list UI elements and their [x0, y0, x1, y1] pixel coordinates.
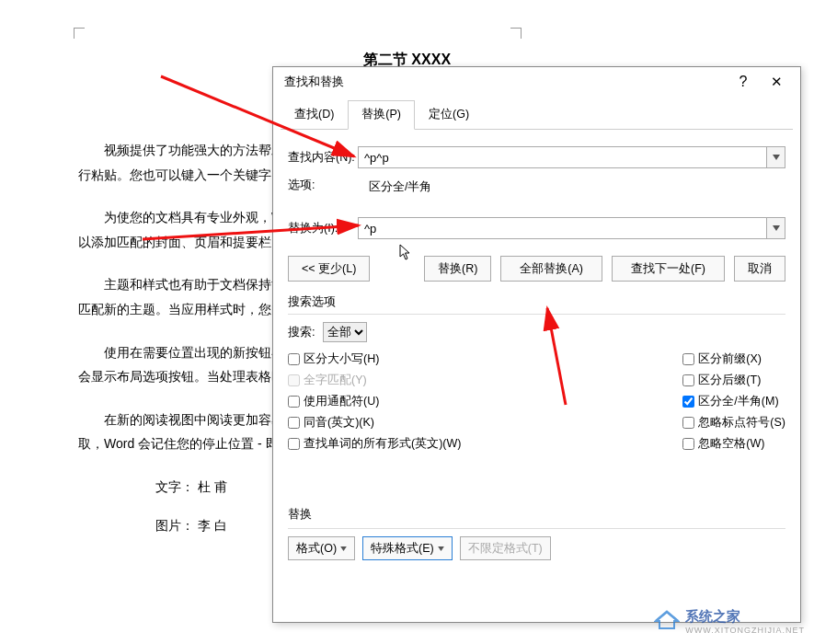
- credit-label: 文字：: [155, 479, 194, 494]
- help-button[interactable]: ?: [727, 74, 760, 90]
- find-what-input[interactable]: [358, 146, 767, 168]
- page-corner-tr: [510, 28, 522, 39]
- replace-all-button[interactable]: 全部替换(A): [500, 256, 602, 282]
- tab-find[interactable]: 查找(D): [281, 100, 348, 129]
- ignore-punct-checkbox[interactable]: 忽略标点符号(S): [682, 415, 785, 431]
- sounds-like-checkbox[interactable]: 同音(英文)(K): [288, 415, 682, 431]
- all-word-forms-checkbox[interactable]: 查找单词的所有形式(英文)(W): [288, 436, 682, 452]
- credit-name: 李 白: [198, 518, 227, 533]
- dialog-title: 查找和替换: [281, 74, 727, 90]
- tab-goto[interactable]: 定位(G): [415, 100, 483, 129]
- options-value: 区分全/半角: [358, 178, 442, 197]
- search-direction-select[interactable]: 全部: [323, 322, 367, 342]
- find-next-button[interactable]: 查找下一处(F): [612, 256, 725, 282]
- match-suffix-checkbox[interactable]: 区分后缀(T): [682, 373, 785, 388]
- cancel-button[interactable]: 取消: [734, 256, 785, 282]
- options-label: 选项:: [288, 178, 358, 193]
- no-format-button: 不限定格式(T): [460, 536, 551, 560]
- page-corner-tl: [74, 28, 85, 39]
- find-dropdown-button[interactable]: [767, 146, 785, 168]
- house-icon: [654, 610, 680, 633]
- format-button[interactable]: 格式(O): [288, 536, 355, 560]
- dialog-tabstrip: 查找(D) 替换(P) 定位(G): [281, 100, 793, 130]
- use-wildcards-checkbox[interactable]: 使用通配符(U): [288, 394, 682, 409]
- credit-label: 图片：: [155, 518, 194, 533]
- watermark: 系统之家 WWW.XITONGZHIJIA.NET: [654, 608, 805, 635]
- match-fullhalf-checkbox[interactable]: 区分全/半角(M): [682, 394, 785, 409]
- cursor-icon: [399, 244, 412, 263]
- find-replace-dialog: 查找和替换 ? ✕ 查找(D) 替换(P) 定位(G) 查找内容(N): 选项:…: [272, 66, 801, 623]
- find-what-label: 查找内容(N):: [288, 150, 358, 166]
- special-format-button[interactable]: 特殊格式(E): [362, 536, 453, 560]
- less-button[interactable]: << 更少(L): [288, 256, 370, 282]
- credit-name: 杜 甫: [198, 479, 227, 494]
- search-direction-label: 搜索:: [288, 324, 315, 340]
- replace-with-label: 替换为(I):: [288, 221, 358, 236]
- replace-dropdown-button[interactable]: [767, 217, 785, 239]
- watermark-brand: 系统之家: [685, 608, 805, 626]
- close-button[interactable]: ✕: [760, 74, 793, 90]
- match-prefix-checkbox[interactable]: 区分前缀(X): [682, 351, 785, 367]
- replace-section-label: 替换: [288, 507, 785, 523]
- replace-button[interactable]: 替换(R): [424, 256, 491, 282]
- dialog-titlebar[interactable]: 查找和替换 ? ✕: [273, 67, 800, 97]
- whole-word-checkbox: 全字匹配(Y): [288, 373, 682, 388]
- search-options-label: 搜索选项: [288, 294, 785, 310]
- match-case-checkbox[interactable]: 区分大小写(H): [288, 351, 682, 367]
- ignore-space-checkbox[interactable]: 忽略空格(W): [682, 436, 785, 452]
- tab-replace[interactable]: 替换(P): [348, 100, 415, 130]
- watermark-url: WWW.XITONGZHIJIA.NET: [685, 626, 805, 635]
- replace-with-input[interactable]: [358, 217, 767, 239]
